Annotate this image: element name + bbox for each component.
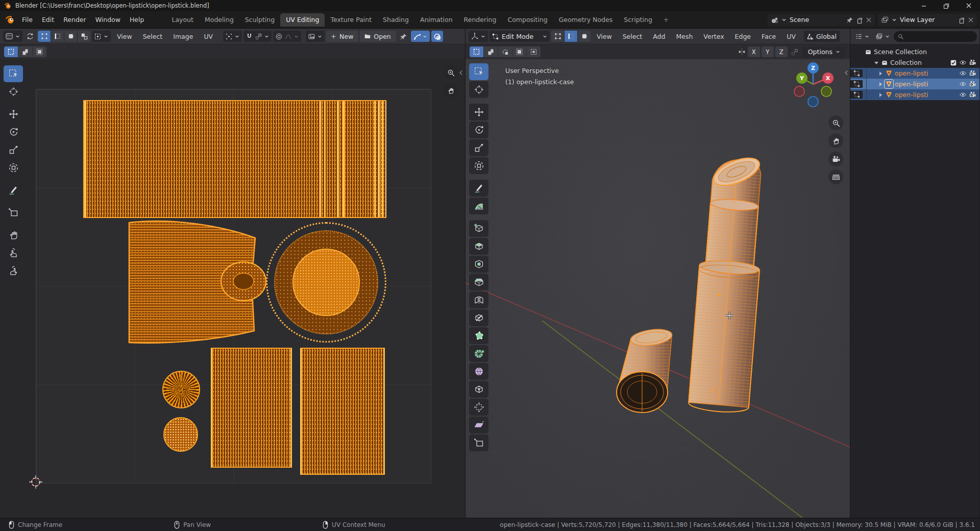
close-button[interactable] <box>958 0 980 11</box>
mode-selector[interactable]: Edit Mode <box>489 31 550 42</box>
menu-edit[interactable]: Edit <box>37 14 59 26</box>
uv-island-tube-a[interactable] <box>211 348 292 468</box>
vp-menu-face[interactable]: Face <box>757 31 780 42</box>
camera-icon[interactable] <box>969 91 976 99</box>
object-row-1[interactable]: open-lipsti <box>850 68 979 79</box>
uv-island-cap-top[interactable] <box>292 249 360 316</box>
select-intersect-button[interactable] <box>527 46 541 57</box>
vertex-select-button[interactable] <box>551 31 564 42</box>
select-invert-button[interactable] <box>512 46 526 57</box>
uv-pan-gizmo[interactable] <box>444 83 458 98</box>
uv-annotate-tool[interactable] <box>4 182 23 199</box>
vp-transform-tool[interactable] <box>469 157 488 174</box>
viewport-canvas[interactable]: User Perspective (1) open-lipstick-case <box>465 59 850 518</box>
vp-inset-faces-tool[interactable] <box>469 256 488 273</box>
uv-2d-cursor[interactable] <box>29 475 43 489</box>
lipstick-cap-mesh[interactable] <box>617 327 673 413</box>
outliner-search-input[interactable] <box>894 31 977 42</box>
vp-move-tool[interactable] <box>469 104 488 120</box>
image-browse-button[interactable] <box>306 31 325 42</box>
tab-geometry-nodes[interactable]: Geometry Nodes <box>553 13 618 27</box>
camera-icon[interactable] <box>969 59 976 66</box>
uv-face-mode-button[interactable] <box>64 31 77 42</box>
select-extend-button[interactable] <box>484 46 498 57</box>
select-subtract-button[interactable] <box>498 46 512 57</box>
tab-compositing[interactable]: Compositing <box>502 13 553 27</box>
navigation-gizmo[interactable]: Z Y X <box>785 60 841 116</box>
vp-shrink-fatten-tool[interactable] <box>469 399 488 416</box>
options-dropdown[interactable]: Options <box>802 46 846 58</box>
object-row-3[interactable]: open-lipsti <box>850 89 979 100</box>
menu-file[interactable]: File <box>17 14 37 26</box>
vp-menu-select[interactable]: Select <box>618 31 647 42</box>
disclosure-right-icon[interactable] <box>878 92 883 98</box>
open-image-button[interactable]: Open <box>360 31 396 42</box>
edge-select-button[interactable] <box>565 31 577 42</box>
menu-help[interactable]: Help <box>125 14 149 26</box>
vp-shear-tool[interactable] <box>469 417 488 433</box>
vp-ortho-toggle-button[interactable] <box>828 170 843 184</box>
uv-island-mode-button[interactable] <box>78 31 90 42</box>
eye-icon[interactable] <box>959 69 967 77</box>
collection-row[interactable]: Collection <box>850 57 979 68</box>
vp-add-cube-tool[interactable] <box>469 220 488 237</box>
outliner-display-mode-button[interactable] <box>853 31 872 42</box>
close-icon[interactable] <box>866 17 872 23</box>
vp-smooth-tool[interactable] <box>469 363 488 380</box>
view-layer-selector[interactable]: View Layer <box>878 14 977 26</box>
viewport-editor-type-button[interactable] <box>469 31 488 42</box>
select-extend-button[interactable] <box>18 46 32 57</box>
lipstick-tube-mesh[interactable] <box>688 149 769 414</box>
uv-relax-tool[interactable] <box>4 245 23 261</box>
uv-rip-region-tool[interactable] <box>4 204 23 221</box>
uv-menu-uv[interactable]: UV <box>199 31 217 42</box>
vp-rotate-tool[interactable] <box>469 122 488 138</box>
uv-sidebar-toggle[interactable] <box>458 69 464 76</box>
new-scene-icon[interactable] <box>856 16 863 23</box>
select-subtract-button[interactable] <box>33 46 46 57</box>
scene-selector[interactable]: Scene <box>768 14 875 26</box>
mirror-icon[interactable] <box>738 47 746 56</box>
vp-select-box-tool[interactable] <box>469 63 488 80</box>
sticky-select-button[interactable] <box>92 31 111 42</box>
uv-island-fan[interactable] <box>125 216 271 347</box>
uv-island-case-body[interactable] <box>83 100 386 218</box>
tab-sculpting[interactable]: Sculpting <box>239 13 280 27</box>
mirror-y-button[interactable]: Y <box>762 46 774 57</box>
vp-pan-gizmo[interactable] <box>828 133 843 148</box>
vp-measure-tool[interactable] <box>469 198 488 214</box>
vp-menu-add[interactable]: Add <box>648 31 670 42</box>
new-image-button[interactable]: New <box>326 31 358 42</box>
menu-render[interactable]: Render <box>59 14 91 26</box>
tab-modeling[interactable]: Modeling <box>199 13 239 27</box>
vp-camera-view-button[interactable] <box>828 152 843 166</box>
vp-menu-mesh[interactable]: Mesh <box>671 31 697 42</box>
tab-layout[interactable]: Layout <box>166 13 199 27</box>
uv-edge-mode-button[interactable] <box>51 31 64 42</box>
uv-vertex-mode-button[interactable] <box>38 31 51 42</box>
mirror-z-button[interactable]: Z <box>775 46 788 57</box>
tab-texture-paint[interactable]: Texture Paint <box>325 13 377 27</box>
pin-icon[interactable] <box>846 16 853 23</box>
tab-uv-editing[interactable]: UV Editing <box>280 13 325 27</box>
disclosure-right-icon[interactable] <box>878 71 883 76</box>
vp-bevel-tool[interactable] <box>469 274 488 291</box>
vp-spin-tool[interactable] <box>469 345 488 362</box>
tab-rendering[interactable]: Rendering <box>458 13 502 27</box>
face-select-button[interactable] <box>578 31 591 42</box>
tab-scripting[interactable]: Scripting <box>618 13 658 27</box>
vp-annotate-tool[interactable] <box>469 180 488 197</box>
vp-edge-slide-tool[interactable] <box>469 381 488 398</box>
mirror-x-button[interactable]: X <box>748 46 760 57</box>
vp-rip-region-tool[interactable] <box>469 435 488 451</box>
disclosure-right-icon[interactable] <box>878 82 883 87</box>
close-icon[interactable] <box>968 17 974 23</box>
uv-grab-tool[interactable] <box>4 227 23 244</box>
uv-rotate-tool[interactable] <box>4 124 23 140</box>
checkbox-icon[interactable] <box>950 59 957 66</box>
vp-scale-tool[interactable] <box>469 139 488 156</box>
restore-button[interactable] <box>935 0 958 11</box>
outliner-filter-button[interactable] <box>873 31 892 42</box>
eye-icon[interactable] <box>959 91 967 99</box>
uv-sync-select-button[interactable] <box>24 31 36 42</box>
